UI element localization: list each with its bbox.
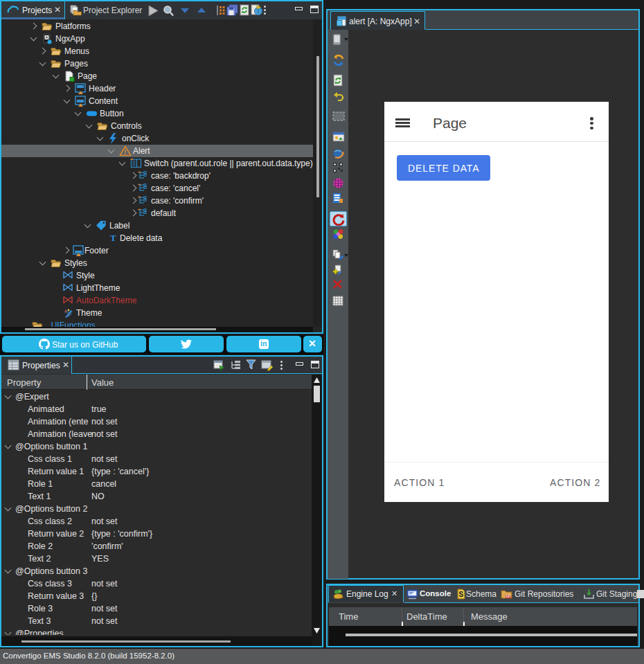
svg-text:GIT: GIT (506, 595, 512, 598)
svg-text:A: A (46, 35, 48, 39)
svg-text:T: T (110, 233, 116, 242)
svg-text:S: S (458, 591, 463, 598)
